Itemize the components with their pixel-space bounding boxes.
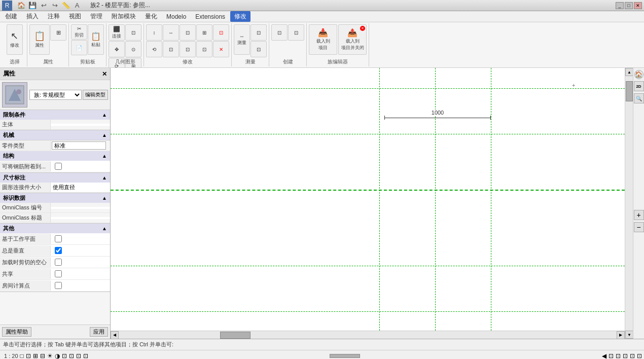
save-button[interactable]: 💾 — [27, 1, 38, 11]
nav-left-btn[interactable]: ◀ — [602, 352, 606, 360]
minimize-button[interactable]: _ — [616, 2, 624, 9]
tb-props-btn1[interactable]: 📋 属性 — [29, 24, 50, 55]
tb-copy-btn[interactable]: 📄 — [71, 40, 87, 55]
render-btn[interactable]: ⊡ — [62, 352, 67, 360]
tb-rotate2-btn[interactable]: ⟲ — [146, 41, 162, 57]
tb-measure-btn2[interactable]: ⊡ — [251, 24, 267, 41]
workset-btn[interactable]: ⊡ — [76, 352, 81, 360]
titlebar-title: 族2 - 楼层平面: 参照... — [90, 1, 150, 10]
prop-rebar-checkbox[interactable] — [55, 163, 62, 170]
menu-view[interactable]: 视图 — [65, 11, 85, 22]
hscroll-left-btn[interactable]: ◀ — [111, 331, 119, 339]
prop-parttype-label: 零件类型 — [0, 141, 51, 151]
tb-mod-btn5[interactable]: ⊡ — [213, 24, 229, 41]
zoom-in-btn[interactable]: + — [634, 210, 644, 220]
section-mechanical-header[interactable]: 机械 ▲ — [0, 130, 110, 140]
tb-props-btn2[interactable]: ⊞ — [50, 24, 66, 41]
menu-annotate[interactable]: 注释 — [44, 11, 64, 22]
maximize-button[interactable]: □ — [625, 2, 633, 9]
tb-load-to-project-btn[interactable]: 📥 载入到项目 — [309, 24, 337, 55]
tb-modify-btn[interactable]: ↖ 修改 — [7, 24, 23, 55]
detail-btn[interactable]: ⊡ — [69, 352, 74, 360]
section-structure-label: 结构 — [3, 152, 14, 160]
tb-create-btn1[interactable]: ⊡ — [271, 24, 288, 41]
realistic-btn[interactable]: ⊟ — [40, 352, 45, 360]
properties-apply-btn[interactable]: 应用 — [90, 327, 108, 337]
prop-omniclass-title-label: OmniClass 标题 — [0, 213, 51, 223]
tb-mod-btn9[interactable]: ⊡ — [196, 41, 212, 57]
section-constraints-header[interactable]: 限制条件 ▲ — [0, 110, 110, 120]
menu-manage[interactable]: 管理 — [86, 11, 106, 22]
shading-btn[interactable]: ⊞ — [33, 352, 38, 360]
canvas-area[interactable]: 1000 + ▲ ▼ ◀ ▶ — [111, 68, 633, 339]
prop-cutloading-checkbox[interactable] — [55, 259, 62, 266]
section-other: 其他 ▲ 基于工作平面 总是垂直 加载时剪切的空心 — [0, 224, 110, 292]
section-identity-header[interactable]: 标识数据 ▲ — [0, 193, 110, 203]
scroll-down-btn[interactable]: ▼ — [625, 331, 633, 339]
section-structure-header[interactable]: 结构 ▲ — [0, 151, 110, 161]
tb-connect-btn[interactable]: ⬛连接 — [109, 24, 125, 41]
section-other-header[interactable]: 其他 ▲ — [0, 224, 110, 233]
hscroll-thumb[interactable] — [220, 332, 251, 339]
tb-cut-btn[interactable]: ✂剪切 — [71, 24, 87, 40]
home-button[interactable]: 🏠 — [16, 1, 26, 11]
tb-create-btn2[interactable]: ⊡ — [288, 24, 304, 41]
menu-addins[interactable]: 附加模块 — [108, 11, 140, 22]
tb-mod-btn8[interactable]: ⊡ — [180, 41, 196, 57]
undo-button[interactable]: ↩ — [39, 1, 49, 11]
hline-center — [111, 190, 625, 191]
toolbar-area: ↖ 修改 选择 📋 属性 ⊞ 属性 ✂剪切 📋粘贴 — [0, 22, 644, 68]
hidden-lines-btn[interactable]: ⊡ — [26, 352, 31, 360]
prop-alwaysvertical-checkbox[interactable] — [55, 247, 62, 254]
thin-lines-btn[interactable]: □ — [20, 352, 24, 360]
tb-clipboard-btn[interactable]: 📋粘贴 — [88, 24, 104, 55]
shadow-btn[interactable]: ◑ — [55, 352, 60, 360]
menu-create[interactable]: 创建 — [1, 11, 21, 22]
vertical-scrollbar[interactable]: ▲ ▼ — [625, 68, 633, 339]
close-button[interactable]: ✕ — [634, 2, 642, 9]
menu-modify[interactable]: 修改 — [230, 11, 251, 22]
hscroll-right-btn[interactable]: ▶ — [617, 331, 625, 339]
redo-button[interactable]: ↪ — [50, 1, 60, 11]
tb-measure-btn3[interactable]: ⊡ — [251, 41, 267, 57]
scroll-up-btn[interactable]: ▲ — [625, 68, 633, 76]
panel-close-btn[interactable]: ✕ — [102, 70, 107, 78]
menu-insert[interactable]: 插入 — [22, 11, 43, 22]
prop-roomcalc-checkbox[interactable] — [55, 282, 62, 289]
prop-shared-checkbox[interactable] — [55, 270, 62, 277]
measure-button[interactable]: 📏 — [61, 1, 71, 11]
text-button[interactable]: A — [72, 1, 82, 11]
2d-view-btn[interactable]: 2D — [634, 81, 644, 91]
tb-mod-btn7[interactable]: ⊡ — [163, 41, 179, 57]
edit-type-btn[interactable]: 编辑类型 — [83, 90, 108, 100]
section-constraints: 限制条件 ▲ 主体 — [0, 110, 110, 130]
tb-mod-btn3[interactable]: ⊡ — [180, 24, 196, 41]
zoom-region-btn[interactable]: 🔍 — [634, 93, 644, 103]
tb-delete-btn[interactable]: ✕ — [213, 41, 229, 57]
menu-extensions[interactable]: Extensions — [191, 12, 229, 21]
horizontal-scrollbar[interactable]: ◀ ▶ — [111, 331, 625, 339]
prop-parttype-input[interactable] — [52, 141, 106, 150]
tb-mirror-x-btn[interactable]: ↕ — [146, 24, 162, 41]
highlight-btn[interactable]: ⊡ — [83, 352, 88, 360]
menu-quantify[interactable]: 量化 — [141, 11, 161, 22]
scroll-thumb[interactable] — [626, 81, 633, 101]
view-nav-bar[interactable] — [330, 354, 360, 358]
menu-modelo[interactable]: Modelo — [162, 12, 190, 21]
family-type-dropdown[interactable]: 族: 常规模型 — [29, 90, 82, 100]
properties-help-btn[interactable]: 属性帮助 — [2, 327, 31, 337]
tb-load-close-btn[interactable]: 📤 载入到项目并关闭 ✕ — [338, 24, 367, 55]
tb-geo-btn4[interactable]: ⊙ — [125, 41, 141, 57]
prop-omniclass-title-row: OmniClass 标题 — [0, 213, 110, 223]
sunpath-btn[interactable]: ☀ — [47, 352, 53, 360]
home-view-btn[interactable]: 🏠 — [634, 70, 643, 79]
prop-workplane-checkbox[interactable] — [55, 235, 62, 242]
tb-mod-btn4[interactable]: ⊞ — [196, 24, 212, 41]
tb-mirror-y-btn[interactable]: ↔ — [163, 24, 179, 41]
tb-move-btn[interactable]: ✥ — [109, 41, 125, 57]
zoom-out-btn[interactable]: − — [634, 222, 644, 232]
section-dimensions-header[interactable]: 尺寸标注 ▲ — [0, 173, 110, 183]
toolbar-group-props: 📋 属性 ⊞ 属性 — [27, 23, 69, 66]
tb-measure-btn1[interactable]: ↔测量 — [234, 24, 250, 55]
tb-geo-btn2[interactable]: ⊡ — [125, 24, 141, 41]
